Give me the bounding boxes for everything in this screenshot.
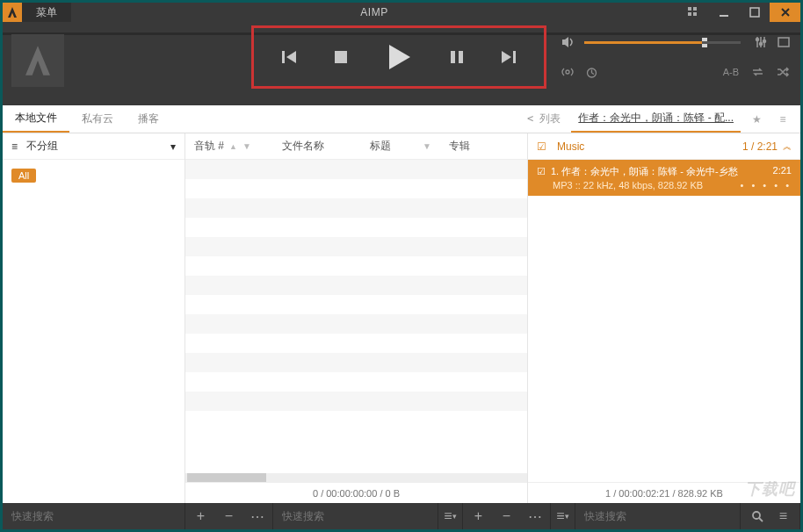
playlist-item[interactable]: ☑1. 作者：余光中，朗诵：陈铎 - 余光中-乡愁 2:21 MP3 :: 22…	[528, 160, 800, 196]
svg-rect-9	[459, 51, 463, 63]
horizontal-scrollbar[interactable]	[185, 473, 527, 482]
tab-local-files[interactable]: 本地文件	[3, 105, 69, 133]
list-options-icon[interactable]: ≡▾	[438, 508, 462, 524]
svg-point-11	[756, 39, 759, 41]
playlist-checkbox-icon[interactable]: ☑	[537, 140, 546, 153]
pause-button[interactable]	[448, 48, 466, 66]
chevron-down-icon: ▾	[170, 140, 176, 153]
bottom-toolbar: + − ⋯ ≡▾ + − ⋯ ≡▾ ≡	[3, 503, 800, 529]
hamburger-icon[interactable]: ≡	[11, 140, 18, 153]
track-meta: MP3 :: 22 kHz, 48 kbps, 828.92 KB	[537, 180, 703, 191]
playlist-status: 1 / 00:00:02:21 / 828.92 KB	[528, 482, 800, 503]
track-rating-dots[interactable]: • • • • •	[741, 180, 792, 191]
favorite-icon[interactable]: ★	[746, 113, 767, 126]
window-title: AIMP	[71, 6, 677, 18]
svg-rect-1	[693, 7, 697, 11]
next-button[interactable]	[500, 48, 517, 66]
visualizer-icon[interactable]	[778, 36, 790, 48]
bottom-menu-icon[interactable]: ≡	[771, 508, 796, 524]
library-pane: 音轨 #▲▼ 文件名称 标题▼ 专辑 0 / 00:00:00:00 / 0 B	[185, 133, 528, 503]
search-icon[interactable]	[745, 510, 770, 522]
col-album[interactable]: 专辑	[440, 139, 527, 154]
equalizer-icon[interactable]	[755, 36, 767, 48]
playlist-pane: ☑ Music 1 / 2:21 ︽ ☑1. 作者：余光中，朗诵：陈铎 - 余光…	[528, 133, 800, 503]
svg-rect-2	[688, 12, 691, 16]
playlist-count: 1 / 2:21	[742, 140, 778, 153]
grouping-dropdown[interactable]: 不分组 ▾	[26, 139, 176, 154]
playlist-menu-icon[interactable]: ≡	[772, 113, 793, 126]
pl-options-icon[interactable]: ≡▾	[551, 508, 575, 524]
svg-rect-14	[778, 38, 789, 47]
playback-controls	[251, 25, 546, 89]
play-button[interactable]	[384, 42, 414, 72]
track-title: 1. 作者：余光中，朗诵：陈铎 - 余光中-乡愁	[551, 166, 738, 176]
titlebar: 菜单 AIMP	[3, 3, 800, 22]
svg-rect-10	[513, 51, 516, 63]
more-button[interactable]: ⋯	[245, 508, 270, 525]
col-filename[interactable]: 文件名称	[273, 139, 361, 154]
player-area: A-B	[3, 22, 800, 105]
collapse-icon[interactable]: ︽	[783, 140, 792, 153]
volume-slider[interactable]	[584, 41, 741, 44]
volume-icon[interactable]	[561, 36, 575, 48]
filter-icon[interactable]: ▼	[423, 141, 431, 151]
tab-private-cloud[interactable]: 私有云	[69, 105, 126, 133]
svg-rect-0	[688, 7, 691, 11]
col-track-number[interactable]: 音轨 #▲▼	[185, 139, 273, 154]
menu-button[interactable]: 菜单	[22, 3, 71, 22]
filter-icon[interactable]: ▼	[242, 141, 251, 151]
pl-remove-button[interactable]: −	[495, 508, 519, 524]
compact-mode-button[interactable]	[677, 3, 708, 22]
svg-point-17	[753, 512, 760, 519]
left-search-input[interactable]	[3, 510, 184, 522]
close-button[interactable]	[770, 3, 800, 22]
col-title[interactable]: 标题▼	[361, 139, 440, 154]
add-button[interactable]: +	[189, 508, 213, 524]
svg-rect-4	[720, 15, 728, 17]
svg-point-13	[763, 40, 766, 43]
library-status: 0 / 00:00:00:00 / 0 B	[185, 482, 527, 503]
source-tabs: 本地文件 私有云 播客 < 列表 作者：余光中，朗诵：陈铎 - 配... ★ ≡	[3, 105, 800, 133]
svg-rect-8	[451, 51, 455, 63]
timer-icon[interactable]	[586, 67, 597, 78]
pl-more-button[interactable]: ⋯	[523, 508, 547, 525]
playlist-name: Music	[557, 140, 584, 153]
left-sidebar: ≡ 不分组 ▾ All	[3, 133, 185, 503]
remove-button[interactable]: −	[217, 508, 242, 524]
list-toggle-button[interactable]: < 列表	[522, 111, 566, 126]
filter-pill-all[interactable]: All	[11, 169, 36, 183]
track-duration: 2:21	[773, 165, 792, 178]
right-search-input[interactable]	[575, 510, 740, 522]
item-checkbox-icon[interactable]: ☑	[537, 166, 546, 176]
tab-podcast[interactable]: 播客	[126, 105, 171, 133]
prev-button[interactable]	[280, 48, 298, 66]
column-headers: 音轨 #▲▼ 文件名称 标题▼ 专辑	[185, 133, 527, 160]
app-logo-small	[3, 3, 22, 22]
svg-rect-5	[750, 8, 759, 17]
ab-repeat-button[interactable]: A-B	[723, 67, 739, 77]
sort-asc-icon: ▲	[229, 142, 237, 151]
maximize-button[interactable]	[739, 3, 770, 22]
repeat-icon[interactable]	[751, 67, 764, 77]
svg-rect-6	[282, 51, 285, 63]
minimize-button[interactable]	[708, 3, 739, 22]
app-logo-icon	[11, 34, 64, 87]
shuffle-icon[interactable]	[777, 67, 790, 77]
grouping-label: 不分组	[26, 139, 58, 154]
mid-search-input[interactable]	[273, 510, 438, 522]
svg-rect-7	[335, 51, 347, 63]
library-rows[interactable]	[185, 160, 527, 473]
radio-icon[interactable]	[561, 66, 574, 78]
pl-add-button[interactable]: +	[467, 508, 491, 524]
now-playing-tab[interactable]: 作者：余光中，朗诵：陈铎 - 配...	[571, 105, 741, 133]
svg-rect-3	[693, 12, 697, 16]
svg-point-12	[760, 43, 763, 46]
stop-button[interactable]	[332, 48, 350, 66]
svg-point-15	[566, 70, 569, 74]
